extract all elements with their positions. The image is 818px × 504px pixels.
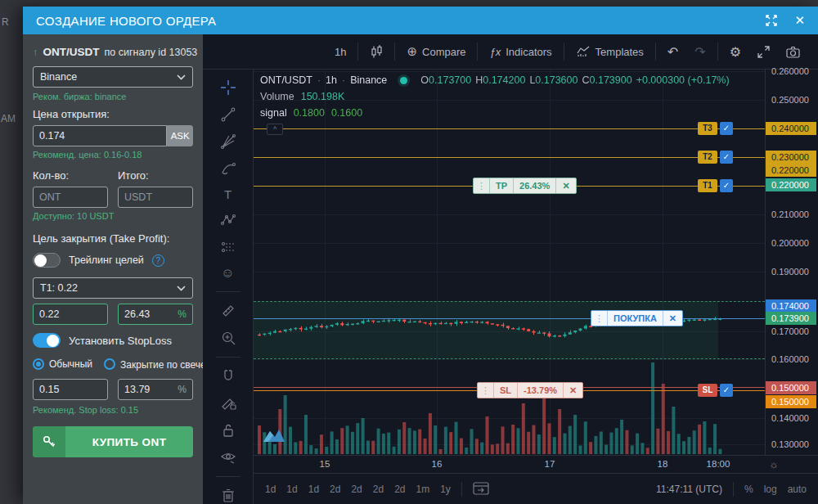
sl-type-candle-radio[interactable] <box>104 358 115 370</box>
close-icon[interactable]: ✕ <box>794 13 805 28</box>
auto-scale-button[interactable]: auto <box>788 484 807 495</box>
redo-button[interactable]: ↷ <box>686 44 713 60</box>
open-price-input[interactable] <box>33 125 167 146</box>
screen: R AM СОЗДАНИЕ НОВОГО ОРДЕРА ✕ ↑ ONT/USDT… <box>0 0 818 504</box>
theme-sun-icon[interactable]: ☼ <box>769 458 779 470</box>
range-buttons: 1d1d1d2d2d2d2d1m1y <box>265 484 451 495</box>
chart-bottom-bar: 1d1d1d2d2d2d2d1m1y 11:47:11 (UTC) % log … <box>254 473 818 504</box>
price-chart[interactable]: ONT/USDT · 1h · Binance O0.173700 H0.174… <box>254 70 765 455</box>
go-to-date-icon[interactable] <box>473 481 489 497</box>
range-button[interactable]: 2d <box>373 484 384 495</box>
undo-button[interactable]: ↶ <box>659 44 686 60</box>
t3-checkbox[interactable]: ✓ <box>720 122 733 135</box>
ask-button[interactable]: ASK <box>167 125 193 146</box>
tp-target-select-value: T1: 0.22 <box>40 282 177 294</box>
close-icon[interactable]: ✕ <box>563 383 582 398</box>
range-button[interactable]: 1d <box>286 484 297 495</box>
interval-button[interactable]: 1h <box>326 46 354 58</box>
t2-checkbox[interactable]: ✓ <box>720 151 733 164</box>
range-button[interactable]: 1y <box>440 484 451 495</box>
ruler-tool-icon[interactable] <box>218 303 238 319</box>
compare-button[interactable]: ⊕ Compare <box>398 44 474 59</box>
emoji-tool-icon[interactable]: ☺ <box>218 266 238 281</box>
price-axis-label: 0.170000 <box>766 325 816 338</box>
target3-line[interactable] <box>254 128 765 129</box>
entry-price-line[interactable] <box>254 318 765 319</box>
stoploss-tag[interactable]: SL ✓ <box>698 384 733 397</box>
modal-titlebar: СОЗДАНИЕ НОВОГО ОРДЕРА ✕ <box>23 7 818 34</box>
snapshot-camera-icon[interactable] <box>778 46 808 58</box>
chart-toolbar: 1h ⊕ Compare ƒx Indicators <box>203 34 818 70</box>
trash-tool-icon[interactable] <box>218 488 238 503</box>
indicators-button[interactable]: ƒx Indicators <box>481 46 560 58</box>
exchange-select[interactable]: Binance <box>33 66 193 88</box>
text-tool-icon[interactable]: T <box>218 187 238 201</box>
time-axis-label: 17 <box>533 459 566 469</box>
drag-handle-icon[interactable]: ⋮ <box>478 383 493 398</box>
trendline-tool-icon[interactable] <box>218 106 238 123</box>
stoploss-toggle[interactable] <box>33 333 61 348</box>
target3-tag[interactable]: T3 ✓ <box>698 122 733 135</box>
drag-handle-icon[interactable]: ⋮ <box>591 311 607 326</box>
total-input[interactable] <box>118 187 193 208</box>
sl-flag-label: SL <box>493 383 517 398</box>
drawing-lock-tool-icon[interactable] <box>218 395 238 412</box>
forecast-tool-icon[interactable] <box>218 239 238 255</box>
price-axis[interactable]: 0.2600000.2500000.2400000.2300000.220000… <box>765 70 818 455</box>
price-axis-label: 0.230000 <box>766 151 816 164</box>
legend-symbol: ONT/USDT <box>260 74 312 86</box>
sl-type-normal-radio[interactable] <box>33 358 44 370</box>
signal-high-line <box>254 301 765 302</box>
quantity-input[interactable] <box>33 187 108 208</box>
take-profit-flag[interactable]: ⋮ TP 26.43% ✕ <box>473 178 577 194</box>
t1-checkbox[interactable]: ✓ <box>720 179 733 192</box>
target2-line[interactable] <box>254 157 765 158</box>
range-button[interactable]: 2d <box>351 484 362 495</box>
hide-drawings-tool-icon[interactable] <box>218 449 238 466</box>
range-button[interactable]: 1m <box>416 484 430 495</box>
drag-handle-icon[interactable]: ⋮ <box>474 178 489 193</box>
lock-tool-icon[interactable] <box>218 422 238 439</box>
tp-price-input[interactable] <box>33 304 108 325</box>
buy-button[interactable]: КУПИТЬ ONT <box>33 426 193 457</box>
bottom-bar-divider <box>461 482 462 497</box>
legend-collapse-button[interactable]: ^ <box>267 124 283 135</box>
settings-gear-icon[interactable]: ⚙ <box>721 44 749 60</box>
toolbar-divider <box>216 357 240 358</box>
time-axis[interactable]: ☼ 1516171818:00 <box>254 455 818 473</box>
range-button[interactable]: 2d <box>330 484 340 495</box>
target1-tag[interactable]: T1 ✓ <box>698 179 733 192</box>
range-button[interactable]: 1d <box>265 484 276 495</box>
price-axis-label: 0.160000 <box>766 353 816 366</box>
gann-tool-icon[interactable] <box>218 133 238 150</box>
range-button[interactable]: 1d <box>308 484 319 495</box>
templates-button[interactable]: Templates <box>568 46 652 58</box>
help-icon[interactable]: ? <box>152 254 164 267</box>
fullscreen-icon[interactable] <box>749 46 778 58</box>
price-axis-label: 0.260000 <box>766 65 816 78</box>
tp-target-select[interactable]: T1: 0.22 <box>33 277 193 299</box>
chart-style-button[interactable] <box>362 44 391 59</box>
maximize-icon[interactable] <box>765 14 778 27</box>
percent-scale-button[interactable]: % <box>744 484 753 495</box>
zoom-in-tool-icon[interactable] <box>218 330 238 346</box>
crosshair-tool-icon[interactable] <box>218 79 238 96</box>
sl-price-input[interactable] <box>33 379 108 400</box>
sl-type-candle-label: Закрытие по свече? <box>120 358 210 371</box>
trailing-toggle[interactable] <box>33 253 61 268</box>
log-scale-button[interactable]: log <box>764 484 777 495</box>
buy-order-flag[interactable]: ⋮ ПОКУПКА ✕ <box>591 310 683 326</box>
pattern-tool-icon[interactable] <box>218 212 238 228</box>
legend-interval: 1h <box>326 74 337 86</box>
exchange-select-value: Binance <box>40 71 177 83</box>
target2-tag[interactable]: T2 ✓ <box>698 151 733 164</box>
tp-flag-label: TP <box>489 178 513 193</box>
brush-tool-icon[interactable] <box>218 160 238 177</box>
close-icon[interactable]: ✕ <box>555 178 575 193</box>
sl-checkbox[interactable]: ✓ <box>720 384 733 397</box>
stoploss-flag[interactable]: ⋮ SL -13.79% ✕ <box>477 382 583 398</box>
range-button[interactable]: 2d <box>394 484 405 495</box>
close-icon[interactable]: ✕ <box>663 311 682 326</box>
signal-header: ↑ ONT/USDT по сигналу id 13053 <box>33 46 193 58</box>
magnet-tool-icon[interactable] <box>218 368 238 385</box>
